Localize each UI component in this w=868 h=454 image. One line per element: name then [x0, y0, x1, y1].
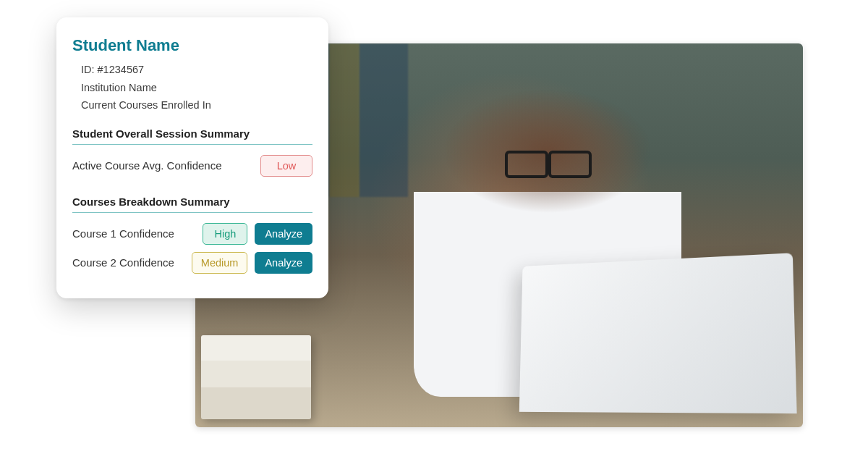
laptop-placeholder	[519, 253, 797, 413]
analyze-button[interactable]: Analyze	[255, 252, 312, 274]
overall-confidence-label: Active Course Avg. Confidence	[72, 159, 253, 172]
course-row: Course 1 Confidence High Analyze	[72, 223, 312, 245]
divider	[72, 144, 312, 145]
student-id-line: ID: #1234567	[81, 61, 312, 79]
courses-enrolled-line: Current Courses Enrolled In	[81, 96, 312, 114]
divider	[72, 212, 312, 213]
course-confidence-badge: High	[203, 223, 247, 245]
overall-confidence-row: Active Course Avg. Confidence Low	[72, 155, 312, 177]
course-label: Course 2 Confidence	[72, 256, 184, 269]
institution-line: Institution Name	[81, 79, 312, 97]
analyze-button[interactable]: Analyze	[255, 223, 312, 245]
student-name-title: Student Name	[72, 36, 312, 55]
overall-confidence-badge: Low	[260, 155, 312, 177]
student-summary-card: Student Name ID: #1234567 Institution Na…	[56, 17, 328, 298]
course-row: Course 2 Confidence Medium Analyze	[72, 252, 312, 274]
student-meta-block: ID: #1234567 Institution Name Current Co…	[72, 61, 312, 114]
course-label: Course 1 Confidence	[72, 227, 195, 240]
breakdown-heading: Courses Breakdown Summary	[72, 196, 312, 208]
overall-session-heading: Student Overall Session Summary	[72, 127, 312, 140]
book-stack-placeholder	[201, 335, 310, 420]
course-confidence-badge: Medium	[192, 252, 248, 274]
glasses-placeholder	[505, 151, 592, 174]
